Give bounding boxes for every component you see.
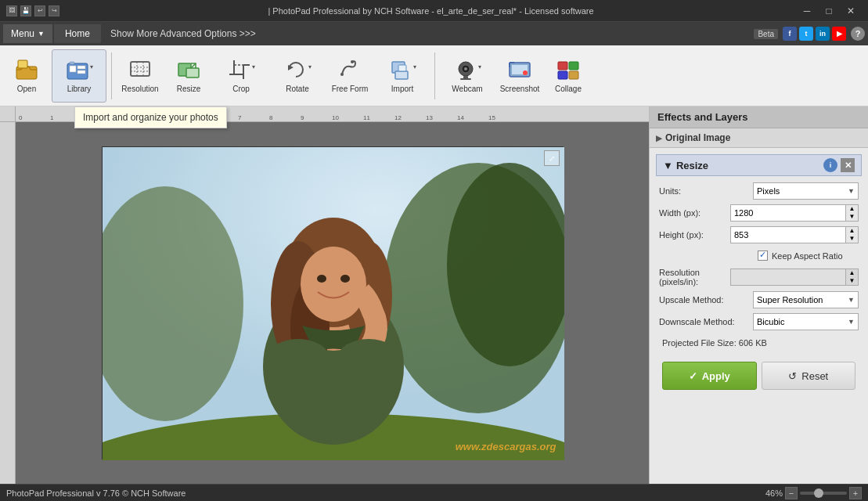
expand-button[interactable]: ⤢ <box>544 150 560 166</box>
height-input-wrap: ▲ ▼ <box>730 226 859 243</box>
apply-button[interactable]: ✓ Apply <box>662 362 757 390</box>
svg-point-53 <box>340 275 350 283</box>
upscale-select[interactable]: Super Resolution ▼ <box>753 291 859 308</box>
facebook-icon[interactable]: f <box>783 27 797 41</box>
zoom-thumb[interactable] <box>814 488 823 498</box>
original-image-section[interactable]: ▶ Original Image <box>650 128 868 148</box>
reset-button[interactable]: ↺ Reset <box>762 362 856 390</box>
screenshot-tool[interactable]: Screenshot <box>496 49 543 103</box>
zoom-out-button[interactable]: − <box>785 487 798 499</box>
apply-check-icon: ✓ <box>689 370 697 382</box>
maximize-button[interactable]: □ <box>818 0 840 22</box>
height-steppers: ▲ ▼ <box>845 227 858 243</box>
webcam-dropdown-icon[interactable]: ▾ <box>478 63 481 77</box>
zoom-controls[interactable]: 46% − + <box>765 487 862 499</box>
units-control: Pixels ▼ <box>753 182 859 200</box>
webcam-tool[interactable]: ▾ Webcam <box>440 49 495 103</box>
crop-tool[interactable]: ▾ Crop <box>214 49 268 103</box>
canvas-area: 0 1 2 3 4 5 6 7 8 9 10 11 12 13 14 15 0 … <box>0 106 649 484</box>
downscale-select-arrow: ▼ <box>848 318 855 326</box>
height-label: Height (px): <box>659 230 730 240</box>
status-left: PhotoPad Professional v 7.76 © NCH Softw… <box>6 488 185 498</box>
height-increment[interactable]: ▲ <box>846 227 858 235</box>
units-label: Units: <box>659 186 753 196</box>
open-tool[interactable]: Open <box>3 49 50 103</box>
redo-icon[interactable]: ↪ <box>49 5 59 16</box>
youtube-icon[interactable]: ▶ <box>832 27 846 41</box>
downscale-control: Bicubic ▼ <box>753 313 859 330</box>
twitter-icon[interactable]: t <box>799 27 813 41</box>
ruler-mark-15: 15 <box>487 114 518 121</box>
import-tool[interactable]: ▾ Import <box>375 49 430 103</box>
title-bar-icons[interactable]: 🖼 💾 ↩ ↪ <box>6 5 59 16</box>
ruler-mark-11: 11 <box>362 114 393 121</box>
resize-info-button[interactable]: i <box>823 158 837 172</box>
close-button[interactable]: ✕ <box>840 0 862 22</box>
collage-label: Collage <box>555 85 582 94</box>
resize-tool[interactable]: Resize <box>165 49 212 103</box>
collage-tool[interactable]: Collage <box>545 49 592 103</box>
resolution-tool[interactable]: Resolution <box>117 49 164 103</box>
save-icon[interactable]: 💾 <box>20 5 31 16</box>
library-tool[interactable]: ▾ Library <box>52 49 106 103</box>
units-row: Units: Pixels ▼ <box>656 182 862 200</box>
svg-rect-37 <box>558 71 567 79</box>
menu-button[interactable]: Menu ▼ <box>3 24 52 43</box>
svg-point-51 <box>301 247 366 322</box>
resolution-label: Resolution <box>121 85 158 94</box>
downscale-select[interactable]: Bicubic ▼ <box>753 313 859 330</box>
units-select-arrow: ▼ <box>848 187 855 195</box>
home-button[interactable]: Home <box>54 24 101 43</box>
height-decrement[interactable]: ▼ <box>846 235 858 243</box>
width-input[interactable] <box>731 205 845 221</box>
units-select[interactable]: Pixels ▼ <box>753 182 859 200</box>
rotate-icon <box>283 57 308 82</box>
svg-point-21 <box>351 60 354 63</box>
svg-point-54 <box>267 339 330 378</box>
freeform-label: Free Form <box>332 85 369 94</box>
width-decrement[interactable]: ▼ <box>846 213 858 221</box>
social-icons[interactable]: f t in ▶ <box>783 27 846 41</box>
width-input-wrap: ▲ ▼ <box>730 204 859 222</box>
help-icon[interactable]: ? <box>851 27 865 41</box>
zoom-in-button[interactable]: + <box>849 487 862 499</box>
resize-delete-button[interactable]: ✕ <box>841 158 855 172</box>
original-image-label: Original Image <box>665 132 730 143</box>
downscale-row: Downscale Method: Bicubic ▼ <box>656 313 862 330</box>
height-input[interactable] <box>731 227 845 243</box>
svg-rect-38 <box>569 71 578 79</box>
screenshot-icon <box>507 57 532 82</box>
svg-rect-4 <box>77 66 85 69</box>
resolution-icon <box>128 57 153 82</box>
svg-rect-5 <box>77 70 85 74</box>
freeform-tool[interactable]: Free Form <box>326 49 373 103</box>
minimize-button[interactable]: ─ <box>796 0 818 22</box>
rotate-dropdown-icon[interactable]: ▾ <box>308 63 312 77</box>
library-tooltip: Import and organize your photos <box>74 106 227 128</box>
library-dropdown-icon[interactable]: ▾ <box>90 63 93 77</box>
keep-aspect-checkbox[interactable] <box>758 250 768 261</box>
zoom-slider[interactable] <box>800 492 847 495</box>
open-label: Open <box>17 85 36 94</box>
crop-dropdown-icon[interactable]: ▾ <box>252 63 255 77</box>
library-label: Library <box>67 85 92 94</box>
original-section-arrow: ▶ <box>656 134 662 142</box>
svg-rect-35 <box>558 62 567 70</box>
resolution-input-wrap: ▲ ▼ <box>730 269 859 286</box>
width-increment[interactable]: ▲ <box>846 205 858 213</box>
main-area: 0 1 2 3 4 5 6 7 8 9 10 11 12 13 14 15 0 … <box>0 106 868 484</box>
svg-point-20 <box>340 73 344 76</box>
ruler-left-8: 8 <box>0 280 15 286</box>
zoom-value: 46% <box>765 488 783 498</box>
linkedin-icon[interactable]: in <box>816 27 830 41</box>
import-dropdown-icon[interactable]: ▾ <box>413 63 416 77</box>
advanced-options-button[interactable]: Show More Advanced Options >>> <box>103 24 264 43</box>
rotate-tool[interactable]: ▾ Rotate <box>270 49 325 103</box>
undo-icon[interactable]: ↩ <box>34 5 45 16</box>
keep-aspect-label: Keep Aspect Ratio <box>772 251 843 261</box>
screenshot-label: Screenshot <box>500 85 540 94</box>
beta-badge: Beta <box>754 29 778 39</box>
resize-section-header[interactable]: ▼ Resize i ✕ <box>656 154 862 176</box>
window-controls[interactable]: ─ □ ✕ <box>796 0 862 22</box>
menu-bar-right: Beta f t in ▶ ? <box>754 27 865 41</box>
